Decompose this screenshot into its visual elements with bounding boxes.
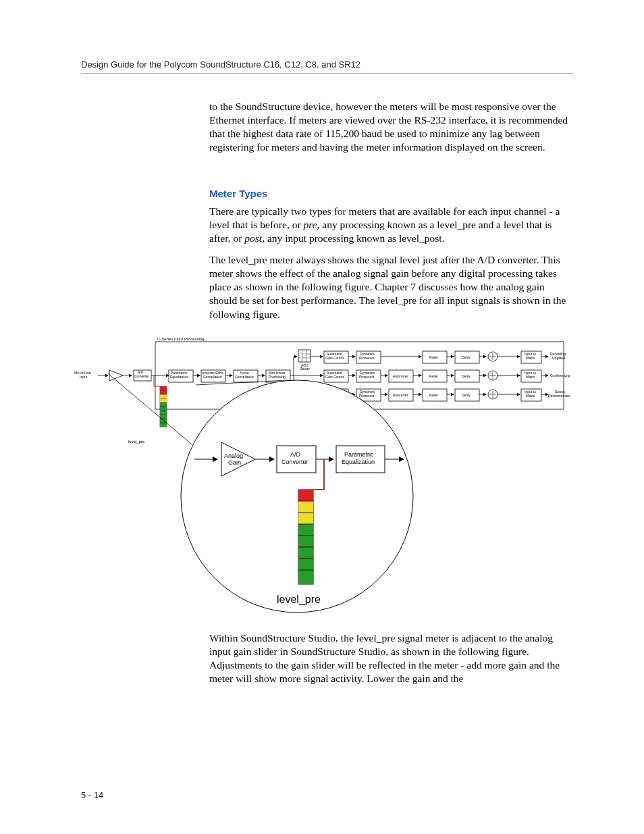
paragraph-intro: to the SoundStructure device, however th… — [209, 100, 573, 155]
svg-rect-214 — [298, 490, 313, 501]
svg-rect-5 — [160, 386, 167, 390]
paragraph-level-pre: The level_pre meter always shows the sig… — [209, 253, 573, 321]
text-em-post: post, — [244, 232, 265, 244]
svg-rect-213 — [298, 490, 313, 584]
svg-rect-80 — [455, 370, 479, 382]
svg-rect-10 — [160, 407, 167, 411]
svg-rect-64 — [521, 351, 541, 363]
svg-rect-27 — [201, 370, 225, 382]
svg-text:DynamicsProcessor: DynamicsProcessor — [359, 371, 375, 379]
output-sound-reinforcement: SoundReinforcement — [548, 390, 570, 398]
svg-text:AutomaticGain Control: AutomaticGain Control — [325, 390, 344, 398]
svg-point-60 — [488, 352, 498, 361]
paragraph-meter-types: There are typically two types for meters… — [209, 205, 573, 245]
analog-gain-triangle-big — [221, 442, 255, 476]
svg-text:DynamicsProcessor: DynamicsProcessor — [359, 390, 375, 398]
parametric-eq-label: ParametricEqualization — [170, 371, 188, 379]
svg-text:AutomaticGain Control: AutomaticGain Control — [325, 352, 344, 360]
svg-rect-68 — [324, 370, 348, 382]
svg-text:Non LinearProcessing: Non LinearProcessing — [269, 371, 286, 379]
svg-rect-159 — [356, 389, 381, 401]
svg-rect-51 — [356, 351, 381, 363]
svg-text:Input toMatrix: Input toMatrix — [525, 352, 536, 360]
svg-line-206 — [196, 380, 287, 385]
svg-rect-24 — [169, 370, 193, 382]
svg-rect-11 — [160, 411, 167, 415]
svg-rect-12 — [160, 415, 167, 419]
level-pre-meter-big — [298, 490, 313, 584]
svg-rect-38 — [298, 350, 311, 362]
svg-rect-175 — [521, 389, 541, 401]
svg-text:NoiseCancellation: NoiseCancellation — [235, 371, 254, 379]
frame-label: C-Series Input Processing — [157, 337, 205, 341]
svg-text:Delay: Delay — [462, 393, 471, 397]
svg-text:AGCRouter: AGCRouter — [300, 363, 310, 371]
heading-meter-types: Meter Types — [209, 188, 267, 199]
svg-rect-6 — [160, 390, 167, 394]
svg-rect-71 — [356, 370, 381, 382]
magnifier-circle — [181, 380, 413, 613]
analog-gain-big-label: AnalogGain — [224, 452, 243, 466]
parametric-eq-big-label: ParametricEqualization — [342, 451, 375, 465]
text: any input processing known as level_post… — [265, 232, 444, 244]
paragraph-studio: Within SoundStructure Studio, the level_… — [209, 631, 573, 686]
input-label: Mic or LineInput — [74, 371, 91, 379]
svg-text:Automixer: Automixer — [393, 374, 408, 378]
svg-rect-9 — [160, 402, 167, 407]
svg-rect-209 — [277, 446, 316, 473]
svg-text:Fader: Fader — [429, 393, 438, 397]
svg-text:Acoustic EchoCancellation: Acoustic EchoCancellation — [202, 371, 223, 379]
text-em-pre: pre, — [303, 219, 319, 230]
svg-text:DynamicsProcessor: DynamicsProcessor — [359, 352, 375, 360]
output-recording: Recording/Ungated — [550, 352, 567, 360]
svg-rect-0 — [155, 342, 564, 409]
svg-rect-48 — [324, 351, 348, 363]
svg-rect-219 — [298, 547, 313, 558]
svg-rect-57 — [455, 351, 479, 363]
svg-rect-168 — [455, 389, 479, 401]
svg-rect-77 — [423, 370, 447, 382]
svg-rect-13 — [160, 419, 167, 423]
svg-text:Delay: Delay — [462, 355, 471, 359]
svg-rect-7 — [160, 394, 167, 398]
svg-rect-87 — [521, 370, 541, 382]
svg-rect-220 — [298, 558, 313, 570]
svg-rect-162 — [389, 389, 413, 401]
analog-gain-triangle — [109, 370, 123, 381]
svg-text:AutomaticGain Control: AutomaticGain Control — [325, 371, 344, 379]
svg-rect-30 — [234, 370, 258, 382]
header-rule — [81, 73, 573, 74]
svg-rect-54 — [423, 351, 447, 363]
svg-rect-216 — [298, 513, 313, 524]
level-pre-big-label: level_pre — [277, 594, 321, 606]
svg-rect-14 — [160, 423, 167, 427]
svg-rect-218 — [298, 536, 313, 547]
svg-rect-74 — [389, 370, 413, 382]
svg-rect-45 — [298, 389, 323, 401]
svg-text:Fader: Fader — [429, 355, 438, 359]
svg-rect-4 — [160, 386, 167, 427]
svg-rect-215 — [298, 501, 313, 513]
svg-rect-3 — [134, 370, 151, 381]
svg-text:Input toMatrix: Input toMatrix — [525, 390, 536, 398]
svg-line-205 — [108, 373, 192, 444]
level-pre-meter-small — [160, 386, 167, 427]
output-conferencing: Conferencing — [550, 373, 570, 377]
svg-rect-165 — [423, 389, 447, 401]
svg-point-83 — [488, 371, 498, 380]
svg-text:Fader: Fader — [429, 374, 438, 378]
ad-converter-label: A/DConverter — [134, 370, 149, 378]
svg-text:FeedbackCancellation: FeedbackCancellation — [300, 390, 319, 398]
level-pre-small-label: level_pre — [128, 440, 145, 444]
running-head: Design Guide for the Polycom SoundStruct… — [81, 59, 360, 70]
svg-text:Delay: Delay — [462, 374, 471, 378]
svg-rect-8 — [160, 398, 167, 402]
ad-converter-big-label: A/DConverter — [281, 451, 308, 465]
svg-rect-33 — [266, 370, 290, 382]
page-number: 5 - 14 — [81, 790, 103, 800]
svg-rect-221 — [298, 570, 313, 584]
svg-rect-217 — [298, 524, 313, 536]
svg-text:Automixer: Automixer — [393, 393, 408, 397]
svg-point-171 — [488, 390, 498, 399]
svg-rect-211 — [336, 446, 385, 473]
